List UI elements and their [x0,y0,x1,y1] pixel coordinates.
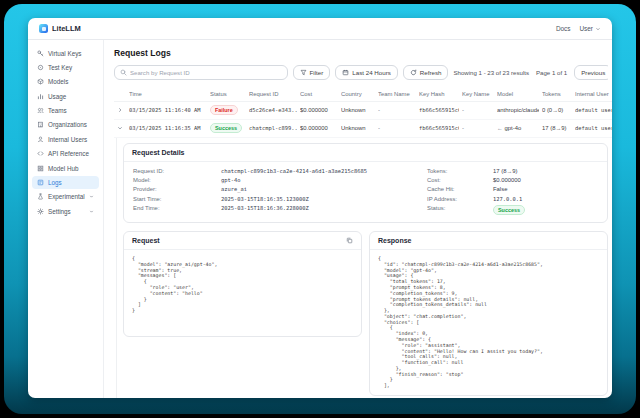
sidebar-item-experimental[interactable]: Experimental [32,191,99,203]
chevron-down-icon [595,26,601,32]
filter-button[interactable]: Filter [293,65,331,80]
logs-table-header: Time Status Request ID Cost Country Team… [114,88,612,102]
building-icon [37,121,44,128]
sidebar-item-label: Virtual Keys [48,50,81,57]
sidebar-item-logs[interactable]: Logs [32,176,99,188]
sidebar-item-label: Usage [48,93,66,100]
detail-request-id: chatcmpl-c899c1b3-ca2e-4214-a6d1-a3ae215… [221,168,401,174]
detail-label: Cost: [427,177,493,183]
status-badge: Success [493,205,525,215]
previous-page-button[interactable]: Previous [574,65,608,80]
docs-link[interactable]: Docs [556,25,571,32]
request-details-title: Request Details [132,149,185,156]
page-title: Request Logs [114,48,612,58]
cell-tokens: 17 (8→9) [542,125,572,131]
cell-team-name: - [378,107,416,113]
detail-label: End Time: [133,205,221,211]
sidebar-item-model-hub[interactable]: Model Hub [32,162,99,174]
sidebar-item-virtual-keys[interactable]: Virtual Keys [32,47,99,59]
time-range-button[interactable]: Last 24 Hours [335,65,398,80]
gear-icon [37,208,44,215]
sidebar-item-usage[interactable]: Usage [32,90,99,102]
cell-team-name: - [378,125,416,131]
chevron-down-icon [89,209,94,214]
refresh-button-label: Refresh [420,69,442,76]
cell-request-id: chatcmpl-c899... [249,125,297,131]
sidebar-item-label: Settings [48,208,71,215]
request-details-card: Request Details Request ID: chatcmpl-c89… [123,143,608,224]
search-box[interactable] [114,65,288,80]
sidebar-item-internal-users[interactable]: Internal Users [32,133,99,145]
sidebar-item-label: Internal Users [48,136,87,143]
sidebar-item-api-reference[interactable]: API Reference [32,148,99,160]
chevron-down-icon [117,125,123,131]
refresh-button[interactable]: Refresh [403,65,449,80]
cell-time: 03/15/2025 11:16:40 AM [129,107,207,113]
funnel-icon [300,69,307,76]
expanded-row-details: Request Details Request ID: chatcmpl-c89… [116,138,612,399]
cell-key-name: - [462,107,494,113]
sidebar-item-settings[interactable]: Settings [32,205,99,217]
bar-chart-icon [37,93,44,100]
flask-icon [37,193,44,200]
detail-label: IP Address: [427,196,493,202]
table-row[interactable]: 03/15/2025 11:16:35 AM Success chatcmpl-… [114,120,612,138]
detail-cost: $0.000000 [493,177,598,183]
chevron-right-icon [117,107,123,113]
cell-model: anthropic/claude-... [497,107,539,113]
sidebar-item-models[interactable]: Models [32,76,99,88]
detail-tokens: 17 (8→9) [493,168,598,174]
detail-start-time: 2025-03-15T18:16:35.123000Z [221,196,401,202]
col-team-name: Team Name [378,91,416,97]
detail-label: Provider: [133,186,221,192]
col-tokens: Tokens [542,91,572,97]
copy-icon [346,237,353,244]
cube-icon [37,78,44,85]
sidebar-item-label: Experimental [48,193,85,200]
detail-label: Status: [427,205,493,215]
target-icon [37,64,44,71]
status-badge: Success [210,123,242,133]
col-status: Status [210,91,246,97]
col-country: Country [341,91,375,97]
refresh-icon [410,69,417,76]
cell-request-id: d5c26ce4-e343... [249,107,297,113]
table-row[interactable]: 03/15/2025 11:16:40 AM Failure d5c26ce4-… [114,102,612,120]
cell-tokens: 0 (0→0) [542,107,572,113]
detail-provider: azure_ai [221,186,401,192]
toolbar: Filter Last 24 Hours Refresh Showing 1 -… [114,65,612,80]
response-panel: Response { "id": "chatcmpl-c899c1b3-ca2e… [369,231,608,396]
detail-label: Start Time: [133,196,221,202]
cell-time: 03/15/2025 11:16:35 AM [129,125,207,131]
user-menu[interactable]: User [580,25,602,32]
col-cost: Cost [300,91,338,97]
request-response-panels: Request { "model": "azure_ai/gpt-4o", "s… [123,231,608,396]
results-count: Showing 1 - 23 of 23 results [453,69,529,76]
brand: LiteLLM [39,24,81,33]
search-input[interactable] [130,69,282,76]
sidebar-item-teams[interactable]: Teams [32,105,99,117]
cell-key-hash: fb66c565915c6... [419,125,459,131]
copy-button[interactable] [346,237,353,244]
status-badge: Failure [210,105,238,115]
expand-row-button[interactable] [114,107,126,113]
response-panel-title: Response [378,237,411,244]
sidebar-item-test-key[interactable]: Test Key [32,61,99,73]
detail-label: Tokens: [427,168,493,174]
request-json: { "model": "azure_ai/gpt-4o", "stream": … [124,250,361,320]
request-panel-title: Request [132,237,160,244]
sidebar-item-organizations[interactable]: Organizations [32,119,99,131]
col-internal-user: Internal User [575,91,612,97]
request-panel: Request { "model": "azure_ai/gpt-4o", "s… [123,231,362,337]
search-icon [120,69,127,76]
model-arrow-icon: ← [497,125,503,131]
chevron-down-icon [89,194,94,199]
top-navbar: LiteLLM Docs User [28,18,612,40]
collapse-row-button[interactable] [114,125,126,131]
detail-label: Model: [133,177,221,183]
detail-label: Request ID: [133,168,221,174]
model-name: gpt-4o [505,125,522,131]
cell-cost: $0.000000 [300,107,338,113]
detail-cache-hit: False [493,186,598,192]
sidebar-item-label: Test Key [48,64,72,71]
